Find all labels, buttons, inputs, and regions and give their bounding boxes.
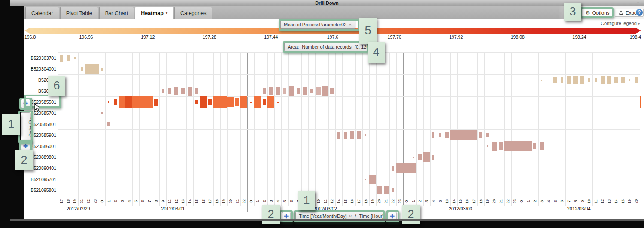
heatmap-cell[interactable] [74,57,76,59]
tab-bar-chart[interactable]: Bar Chart [99,7,134,19]
heatmap-cell[interactable] [337,132,340,138]
y-axis-dimension-button[interactable]: Order ID ▾ [21,112,30,142]
heatmap-cell[interactable] [392,188,394,192]
heatmap-cell[interactable] [396,163,403,173]
y-axis-label[interactable]: B520304001 [24,66,56,71]
heatmap-cell[interactable] [168,88,171,94]
heatmap-cell[interactable] [629,79,630,81]
heatmap-cell[interactable] [344,132,347,138]
heatmap-cell[interactable] [457,130,464,140]
heatmap-cell[interactable] [269,87,273,95]
heatmap-cell[interactable] [350,131,354,139]
heatmap-cell[interactable] [101,112,103,114]
heatmap-cell[interactable] [310,89,313,93]
heatmap-cell[interactable] [410,163,416,173]
color-metric-chip[interactable]: Mean of ProcessParameter02 × [280,20,355,29]
heatmap-cell[interactable] [67,55,70,61]
heatmap-cell[interactable] [365,134,366,136]
configure-legend-dropdown[interactable]: Configure legend ▾ [601,21,640,26]
heatmap-cell[interactable] [540,142,544,150]
heatmap-cell[interactable] [195,88,198,94]
heatmap-cell[interactable] [492,142,497,150]
heatmap-cell[interactable] [365,179,366,180]
heatmap-cell[interactable] [614,77,618,83]
tab-categories[interactable]: Categories [174,7,212,19]
heatmap-cell[interactable] [181,88,185,94]
heatmap-cell[interactable] [450,130,457,140]
heatmap-cell[interactable] [85,64,92,74]
heatmap-cell[interactable] [403,163,410,173]
heatmap-cell[interactable] [573,76,577,84]
heatmap-cell[interactable] [101,68,103,71]
heatmap-cell[interactable] [263,88,266,94]
heatmap-cell[interactable] [369,175,376,184]
heatmap-cell[interactable] [464,130,471,140]
heatmap-cell[interactable] [81,67,83,71]
heatmap-cell[interactable] [303,87,307,95]
tab-pivot-table[interactable]: Pivot Table [60,7,98,19]
heatmap-cell[interactable] [621,77,624,83]
heatmap-cell[interactable] [297,88,300,94]
heatmap-cell[interactable] [499,142,503,150]
close-icon[interactable]: × [375,44,378,49]
heatmap-cell[interactable] [511,141,518,151]
heatmap-cell[interactable] [92,64,99,74]
heatmap-cell[interactable] [553,77,557,83]
heatmap-cell[interactable] [561,77,563,83]
close-icon[interactable]: × [349,22,352,27]
heatmap-cell[interactable] [60,55,63,62]
heatmap-cell[interactable] [541,80,542,81]
heatmap-cell[interactable] [445,132,448,138]
heatmap-cell[interactable] [330,88,334,94]
heatmap-cell[interactable] [432,132,434,138]
heatmap-cell[interactable] [276,87,280,95]
tab-heatmap[interactable]: Heatmap▾ [135,7,173,19]
heatmap-cell[interactable] [174,87,178,95]
y-axis-label[interactable]: B521095801 [24,188,56,193]
y-axis-label[interactable]: B520585 [24,89,56,94]
heatmap-cell[interactable] [188,87,192,96]
add-y-dimension-button-top[interactable]: ✚ [21,99,30,108]
heatmap-cell[interactable] [504,141,511,151]
heatmap-cell[interactable] [518,141,525,151]
heatmap-cell[interactable] [486,133,488,137]
close-icon[interactable]: × [349,213,352,219]
heatmap-cell[interactable] [607,76,611,84]
heatmap-cell[interactable] [283,88,286,94]
help-icon[interactable]: ? [636,9,643,16]
area-metric-chip[interactable]: Area: Number of data records [0, 1200] × [284,43,381,51]
heatmap-cell[interactable] [316,87,321,95]
y-axis-label[interactable]: B521095701 [24,177,56,182]
heatmap-cell[interactable] [580,76,585,84]
heatmap-cell[interactable] [601,76,605,84]
heatmap-cell[interactable] [392,166,395,171]
heatmap-cell[interactable] [413,157,414,158]
add-y-dimension-button-bottom[interactable]: ✚ [21,142,30,151]
heatmap-cell[interactable] [588,78,590,82]
heatmap-cell[interactable] [322,86,328,96]
heatmap-cell[interactable] [439,133,441,137]
heatmap-cell[interactable] [471,130,477,140]
tab-calendar[interactable]: Calendar [25,7,59,19]
heatmap-cell[interactable] [635,77,638,83]
y-axis-label[interactable]: B520889801 [24,154,56,160]
heatmap-cell[interactable] [357,131,361,139]
heatmap-cell[interactable] [525,141,532,151]
heatmap-cell[interactable] [567,76,571,84]
heatmap-cell[interactable] [533,143,536,149]
options-button[interactable]: ⚙ Options [582,9,613,17]
heatmap-cell[interactable] [162,89,164,93]
heatmap-cell[interactable] [595,78,597,83]
heatmap-cell[interactable] [289,86,294,95]
heatmap-cell[interactable] [384,186,389,194]
y-axis-label[interactable]: B520303701 [24,55,56,61]
heatmap-cell[interactable] [377,186,382,194]
heatmap-cell[interactable] [423,152,430,162]
heatmap-cell[interactable] [479,132,482,138]
heatmap-cell[interactable] [432,155,434,160]
heatmap-cell[interactable] [487,145,488,147]
y-axis-label[interactable]: B520890401 [24,166,56,171]
heatmap-cell[interactable] [418,154,421,160]
minimize-button[interactable]: – [637,0,640,5]
heatmap-cell[interactable] [107,122,110,126]
